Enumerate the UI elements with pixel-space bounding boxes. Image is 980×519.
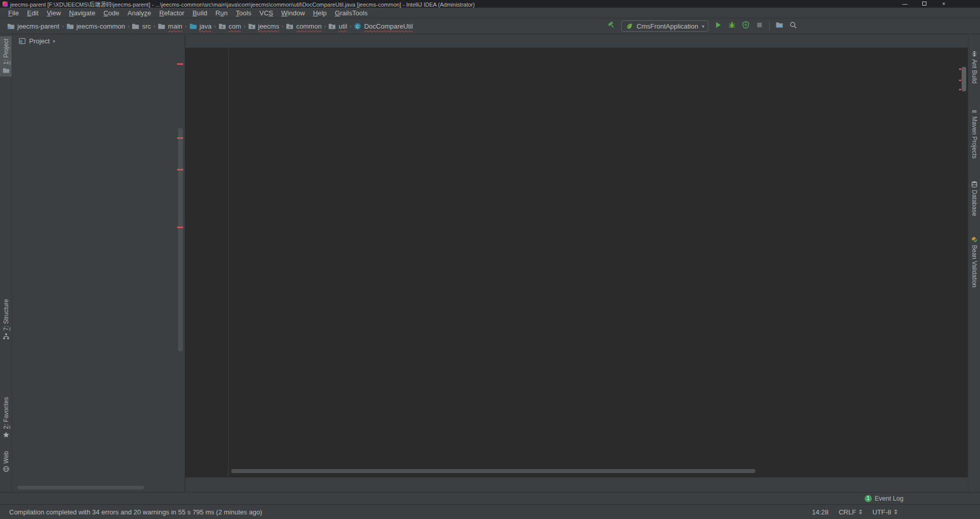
breadcrumb-label: common [296,22,322,30]
toolwindow-button-label: Maven Projects [971,116,978,159]
java-folder-icon [189,22,197,30]
event-log-label: Event Log [875,495,903,502]
toolwindow-button-database[interactable]: Database [968,178,980,218]
breadcrumb-com[interactable]: com [218,22,241,30]
close-button[interactable]: × [934,0,953,8]
toolwindow-button-ant-build[interactable]: Ant Build [968,47,980,86]
breadcrumb-label: main [168,22,182,30]
breadcrumb-common[interactable]: common [286,22,322,30]
event-log-badge: 1 [865,495,872,502]
run-with-coverage-icon [742,21,750,29]
menu-file[interactable]: File [4,9,23,17]
project-tree-vertical-scrollbar[interactable] [178,128,183,352]
menu-tools[interactable]: Tools [232,9,255,17]
breadcrumb-java[interactable]: java [189,22,212,30]
database-icon [971,181,978,188]
menu-code[interactable]: Code [100,9,124,17]
run-with-coverage-button[interactable] [742,21,750,31]
left-tool-stripe: 1: Project7: Structure2: FavoritesWeb [0,34,12,492]
run-configuration-select[interactable]: CmsFrontApplication▾ [621,20,708,32]
breadcrumb-src[interactable]: src [132,22,151,30]
toolwindow-button-label: 1: Project [3,39,10,65]
editor-horizontal-scrollbar[interactable] [231,469,755,473]
updown-icon [859,509,862,514]
menu-help[interactable]: Help [309,9,331,17]
menu-vcs[interactable]: VCS [255,9,277,17]
right-tool-stripe: Ant BuildmMaven ProjectsDatabaseBean Val… [968,34,980,492]
window-controls: — × [895,0,953,8]
stop-icon [755,21,764,29]
editor-bottom-band [185,477,968,492]
folder-icon [158,22,165,30]
editor-vertical-scrollbar[interactable] [962,67,966,91]
breadcrumb-main[interactable]: main [158,22,182,30]
chevron-down-icon[interactable]: ▾ [53,39,55,44]
menu-analyze[interactable]: Analyze [124,9,155,17]
breadcrumb-util[interactable]: util [328,22,347,30]
breadcrumb-chevron-icon: › [324,23,326,29]
toolwindow-button-7-structure[interactable]: 7: Structure [0,296,12,342]
breadcrumb-jeecms-parent[interactable]: jeecms-parent [7,22,59,30]
breadcrumb-chevron-icon: › [282,23,283,29]
menu-view[interactable]: View [42,9,65,17]
menu-window[interactable]: Window [277,9,309,17]
project-panel-title[interactable]: Project [29,37,50,45]
maximize-button[interactable] [915,0,934,8]
menu-bar: FileEditViewNavigateCodeAnalyzeRefactorB… [0,8,980,18]
toolwindow-button-bean-validation[interactable]: Bean Validation [968,233,980,290]
breadcrumb-chevron-icon: › [154,23,155,29]
breadcrumb-jeecms-common[interactable]: jeecms-common [66,22,125,30]
breadcrumb-label: DocCompareUtil [364,22,412,30]
build-button[interactable] [607,21,616,31]
menu-run[interactable]: Run [211,9,232,17]
package-folder-icon [218,22,226,30]
search-everywhere-button[interactable] [789,21,797,31]
breadcrumb-doccompareutil[interactable]: CDocCompareUtil [354,22,412,30]
menu-build[interactable]: Build [188,9,211,17]
module-folder-icon [66,22,74,30]
search-everywhere-icon [789,21,797,29]
event-log-button[interactable]: 1 Event Log [865,495,903,502]
maven-icon: m [971,107,978,114]
status-bar-widgets: 14:28 CRLF UTF-8 [812,508,918,516]
breadcrumb-label: jeecms [258,22,279,30]
toolwindow-button-2-favorites[interactable]: 2: Favorites [0,394,12,441]
toolwindow-button-web[interactable]: Web [0,449,12,475]
menu-grailstools[interactable]: GrailsTools [331,9,372,17]
web-icon [3,465,10,473]
class-icon: C [354,22,361,30]
breadcrumb-jeecms[interactable]: jeecms [248,22,279,30]
run-button[interactable] [714,21,722,31]
encoding-selector[interactable]: UTF-8 [872,508,897,516]
intellij-logo-icon [3,2,8,7]
editor-tab-bar [185,34,968,48]
menu-navigate[interactable]: Navigate [65,9,99,17]
toolwindow-button-maven-projects[interactable]: mMaven Projects [968,105,980,161]
code-editor[interactable] [185,48,968,492]
project-panel: Project ▾ [12,34,185,492]
structure-icon [3,333,10,340]
minimize-button[interactable]: — [895,0,915,8]
menu-refactor[interactable]: Refactor [155,9,188,17]
error-stripe-mark[interactable] [959,80,961,81]
project-tree-horizontal-scrollbar[interactable] [17,486,144,489]
line-ending-selector[interactable]: CRLF [839,508,862,516]
main-area: 1: Project7: Structure2: FavoritesWeb Pr… [0,34,980,492]
error-stripe-mark[interactable] [959,68,961,70]
bean-icon [971,236,978,243]
updown-icon [894,509,897,514]
toolwindow-button-label: 2: Favorites [3,397,10,429]
toolwindow-button-1-project[interactable]: 1: Project [0,36,12,77]
error-stripe-mark [177,227,183,228]
tool-windows-icon [775,21,783,29]
breadcrumb-label: com [229,22,241,30]
error-stripe-mark[interactable] [959,89,961,90]
module-folder-icon [7,22,15,30]
debug-button[interactable] [728,21,736,31]
run-toolbar: CmsFrontApplication▾ [607,18,797,34]
spring-leaf-icon [626,22,633,30]
stop-button[interactable] [755,21,764,31]
menu-edit[interactable]: Edit [23,9,42,17]
breadcrumb-chevron-icon: › [243,23,245,29]
tool-windows-button[interactable] [775,21,783,31]
